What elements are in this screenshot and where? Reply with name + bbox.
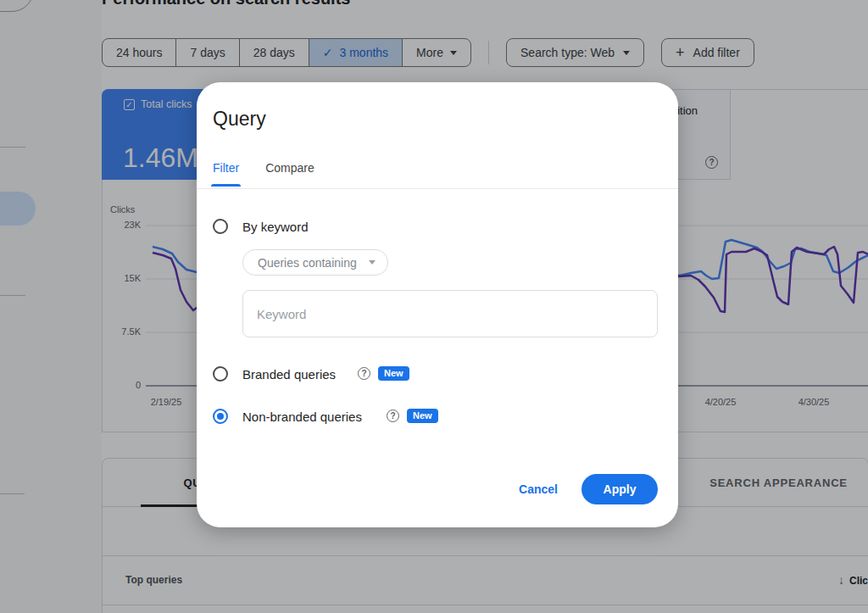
option-label[interactable]: Branded queries xyxy=(242,367,336,382)
tab-label: Compare xyxy=(265,161,314,175)
tab-filter[interactable]: Filter xyxy=(213,161,239,187)
match-type-value: Queries containing xyxy=(258,256,357,270)
dialog-tab-bar: Filter Compare xyxy=(213,161,314,187)
query-filter-dialog: Query Filter Compare By keyword Queries … xyxy=(197,82,678,527)
dialog-footer: Cancel Apply xyxy=(519,474,658,504)
radio-by-keyword[interactable] xyxy=(213,219,228,234)
cancel-button[interactable]: Cancel xyxy=(519,482,558,496)
keyword-input[interactable] xyxy=(242,290,658,337)
option-label[interactable]: Non-branded queries xyxy=(242,410,362,424)
help-icon[interactable]: ? xyxy=(387,410,399,422)
dialog-title: Query xyxy=(213,108,266,131)
apply-button[interactable]: Apply xyxy=(581,474,658,504)
tab-indicator xyxy=(211,184,241,187)
tab-compare[interactable]: Compare xyxy=(265,161,314,187)
tab-label: Filter xyxy=(213,161,239,175)
new-badge: New xyxy=(407,409,438,423)
match-type-dropdown[interactable]: Queries containing xyxy=(242,249,388,276)
option-label[interactable]: By keyword xyxy=(242,220,309,234)
radio-branded-queries[interactable] xyxy=(213,366,228,382)
dialog-divider xyxy=(197,188,678,189)
new-badge: New xyxy=(378,366,409,381)
chevron-down-icon xyxy=(369,260,376,265)
help-icon[interactable]: ? xyxy=(358,367,370,380)
radio-non-branded-queries-selected[interactable] xyxy=(213,409,228,424)
